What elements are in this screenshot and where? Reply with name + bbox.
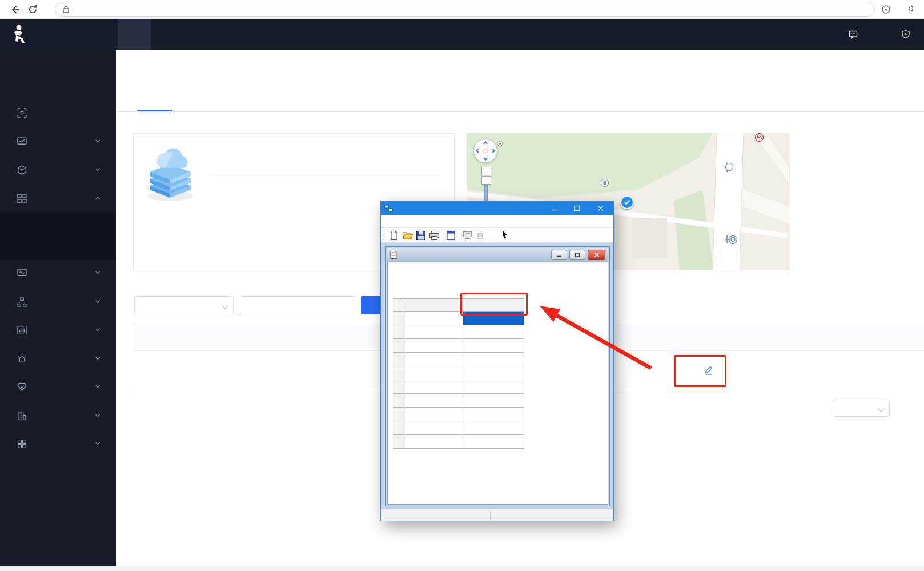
sidebar-item-gateway[interactable] [0, 259, 116, 286]
chevron-down-icon [95, 441, 101, 446]
divider [210, 174, 440, 174]
nav-tab-iot[interactable] [118, 19, 151, 50]
nav-tab-sim[interactable] [190, 19, 215, 50]
modbus-toolbar [381, 228, 613, 243]
grid-row[interactable] [393, 339, 524, 353]
map-zoom-out-button[interactable] [481, 176, 491, 185]
chevron-down-icon [95, 384, 101, 389]
map-pan-control[interactable] [473, 139, 497, 163]
nav-tab-mall[interactable] [226, 19, 270, 50]
variable-search-input[interactable] [240, 296, 356, 314]
sidebar-item-configuration[interactable] [0, 288, 116, 316]
chevron-up-icon [95, 195, 101, 201]
chat-icon [849, 30, 858, 39]
mbslave1-document-window[interactable] [385, 246, 610, 506]
send-to-device-icon[interactable] [881, 4, 891, 15]
sidebar-item-extensions[interactable] [0, 430, 116, 457]
sidebar-item-overview[interactable] [0, 99, 116, 126]
pagination-page-size-select[interactable] [833, 400, 890, 417]
shield-icon [901, 30, 910, 39]
sidebar [0, 50, 116, 566]
maximize-button[interactable] [568, 202, 585, 215]
restore-icon [575, 252, 580, 258]
mbslave1-titlebar[interactable] [387, 248, 608, 262]
device-location-marker[interactable] [620, 195, 634, 209]
logo[interactable] [0, 19, 116, 50]
divider [116, 111, 924, 112]
refresh-icon[interactable] [27, 4, 38, 15]
page-bottom-edge [0, 566, 924, 571]
grid-row[interactable] [393, 312, 524, 325]
device-submenu [0, 212, 116, 260]
connection-display-icon[interactable] [462, 230, 473, 241]
mbslave1-content [387, 262, 608, 505]
chevron-down-icon [95, 299, 101, 305]
toolbar-separator [459, 230, 459, 241]
chevron-down-icon [878, 405, 884, 412]
display-setup-icon[interactable] [446, 230, 456, 241]
parking-poi-icon [725, 163, 733, 171]
grid-row[interactable] [393, 408, 524, 421]
support-link[interactable] [849, 19, 861, 50]
document-icon [389, 250, 398, 259]
sidebar-item-enterprise[interactable] [0, 402, 116, 429]
info-row-org [210, 183, 444, 197]
sidebar-item-alarm[interactable] [0, 345, 116, 372]
poi-icon [497, 141, 503, 147]
sidebar-item-device-template[interactable] [0, 236, 116, 260]
doc-close-button[interactable] [588, 250, 605, 260]
back-icon[interactable] [9, 4, 21, 15]
read-aloud-icon[interactable] [901, 3, 916, 15]
sidebar-item-device[interactable] [0, 185, 116, 212]
building-poi-icon [601, 179, 609, 187]
grid-col-register [463, 299, 524, 312]
modbus-register-grid[interactable] [393, 298, 524, 449]
context-help-icon[interactable] [502, 229, 516, 241]
edit-icon[interactable] [704, 365, 714, 375]
chevron-down-icon [95, 167, 101, 173]
bus-poi-icon [729, 235, 737, 244]
modbus-statusbar [381, 509, 613, 521]
new-file-icon[interactable] [389, 230, 399, 241]
screen [0, 0, 924, 571]
modbus-mdi-area [381, 243, 613, 509]
sidebar-item-scene[interactable] [0, 156, 116, 183]
variable-filter-select[interactable] [134, 296, 234, 314]
toolbar-separator [443, 230, 443, 241]
map-zoom-in-button[interactable] [481, 167, 491, 175]
nav-tab-dm[interactable] [158, 19, 180, 50]
modbus-titlebar[interactable] [381, 202, 613, 215]
close-button[interactable] [590, 202, 610, 215]
lock-icon [62, 5, 70, 13]
chevron-down-icon [95, 138, 101, 144]
minimize-icon [556, 252, 562, 258]
toolbar-separator [489, 230, 489, 241]
sidebar-item-bigscreen[interactable] [0, 127, 116, 155]
url-bar[interactable] [55, 2, 875, 17]
print-icon[interactable] [429, 230, 440, 241]
minimize-icon [551, 205, 557, 211]
connection-alarm-icon[interactable] [475, 230, 485, 241]
doc-minimize-button[interactable] [551, 250, 567, 260]
open-file-icon[interactable] [402, 230, 413, 241]
grid-row[interactable] [393, 421, 524, 435]
minimize-button[interactable] [544, 202, 564, 215]
grid-row[interactable] [393, 325, 524, 339]
sidebar-item-datacenter[interactable] [0, 316, 116, 344]
check-icon [624, 199, 630, 205]
grid-row[interactable] [393, 366, 524, 380]
chevron-down-icon [95, 327, 101, 333]
user-link[interactable] [901, 19, 914, 50]
grid-row[interactable] [393, 380, 524, 394]
sidebar-item-value-service[interactable] [0, 373, 116, 400]
top-navbar [0, 19, 924, 50]
close-icon [594, 252, 600, 258]
sidebar-item-device-list[interactable] [0, 212, 116, 236]
save-icon[interactable] [416, 230, 426, 241]
grid-row[interactable] [393, 353, 524, 366]
doc-restore-button[interactable] [569, 250, 585, 260]
grid-row[interactable] [393, 435, 524, 449]
status-separator [490, 511, 491, 520]
grid-row[interactable] [393, 394, 524, 408]
modbus-slave-window[interactable] [380, 201, 614, 521]
